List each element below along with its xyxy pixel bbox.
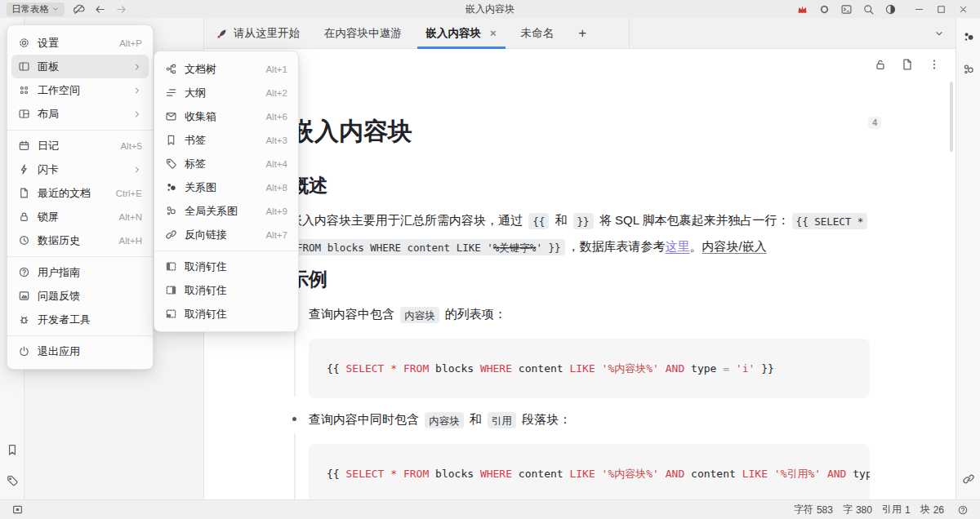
list-item[interactable]: 查询内容中包含 内容块 的列表项：{{ SELECT * FROM blocks… (290, 304, 870, 398)
inline-code: 内容块 (425, 412, 464, 428)
global-graph-dock-button[interactable] (960, 60, 978, 78)
tabbar-more-button[interactable] (933, 18, 956, 48)
menu-item-11[interactable]: 用户指南 (11, 260, 149, 284)
scrollbar-thumb[interactable] (950, 82, 953, 152)
menu-item-3[interactable]: 书签Alt+3 (158, 128, 294, 152)
unlock-button[interactable] (872, 56, 889, 73)
code-token: AND (827, 468, 846, 480)
vip-crown-button[interactable] (793, 2, 811, 16)
more-button[interactable] (926, 56, 942, 73)
menu-item-7[interactable]: 最近的文档Ctrl+E (11, 181, 149, 205)
terminal-button[interactable] (837, 2, 855, 16)
menu-item-2[interactable]: 收集箱Alt+6 (158, 104, 294, 128)
file-icon (18, 187, 30, 199)
menu-item-shortcut: Alt+4 (265, 159, 287, 169)
code-text: {{ SELECT * (796, 215, 864, 227)
help-button[interactable] (954, 501, 972, 519)
search-button[interactable] (859, 2, 877, 16)
plugin-button[interactable] (815, 2, 833, 16)
menu-item-label: 退出应用 (38, 344, 142, 359)
tag-dock-button[interactable] (3, 472, 21, 490)
menu-item-1[interactable]: 面板 (11, 55, 149, 78)
graph-icon (165, 181, 177, 193)
back-arrow-button[interactable] (91, 2, 109, 16)
menu-item-9[interactable]: 数据历史Alt+H (11, 228, 149, 252)
heading-examples[interactable]: 示例 (290, 265, 870, 293)
menu-item-2[interactable]: 工作空间 (11, 78, 149, 102)
menu-item-12[interactable]: 问题反馈 (11, 284, 149, 308)
close-button[interactable] (954, 2, 972, 16)
backlink-dock-button[interactable] (960, 470, 978, 488)
menu-item-11[interactable]: 取消钉住 (158, 302, 294, 326)
code-token: AND (666, 468, 684, 480)
menu-item-5[interactable]: 关系图Alt+8 (158, 175, 294, 199)
menu-item-6[interactable]: 闪卡 (11, 157, 149, 181)
menu-item-9[interactable]: 取消钉住 (158, 255, 294, 278)
graph-dock-button[interactable] (960, 28, 978, 46)
layout-icon (18, 108, 30, 120)
menu-item-4[interactable]: 标签Alt+4 (158, 152, 294, 175)
unlock-icon (874, 58, 887, 71)
counter-label: 引用 (882, 503, 902, 517)
code-token: SELECT (345, 362, 384, 375)
code-token: type (684, 362, 723, 375)
new-doc-button[interactable] (899, 56, 915, 73)
terminal-icon (840, 3, 853, 16)
menu-item-5[interactable]: 日记Alt+5 (11, 134, 149, 157)
cloud-off-button[interactable] (69, 2, 87, 16)
theme-contrast-button[interactable] (881, 2, 899, 16)
maximize-button[interactable] (932, 2, 950, 16)
forward-arrow-button[interactable] (112, 2, 130, 16)
tab-label: 未命名 (521, 26, 555, 41)
menu-item-0[interactable]: 设置Alt+P (11, 31, 149, 55)
tab-3[interactable]: 嵌入内容块× (414, 18, 509, 48)
code-token: content (512, 468, 569, 480)
right-dock (956, 18, 980, 499)
tab-4[interactable]: 未命名 (509, 18, 567, 48)
chevron-down-icon (933, 28, 945, 39)
workspace-label: 日常表格 (11, 3, 49, 16)
tab-close-icon[interactable]: × (490, 27, 497, 39)
menu-item-3[interactable]: 布局 (11, 102, 149, 126)
code-token: FROM (403, 468, 429, 480)
tab-1[interactable]: 请从这里开始 (204, 18, 312, 48)
hyperlink[interactable]: 这里 (666, 239, 690, 253)
dock-toggle-button[interactable] (8, 501, 26, 519)
heading-overview[interactable]: 概述 (290, 171, 870, 199)
inline-code: 内容块 (400, 307, 439, 323)
menu-item-label: 用户指南 (38, 265, 142, 280)
menu-item-0[interactable]: 文档树Alt+1 (158, 57, 294, 81)
sql-code-block[interactable]: {{ SELECT * FROM blocks WHERE content LI… (309, 444, 870, 499)
code-token: SELECT (345, 468, 384, 480)
menu-separator (154, 251, 298, 251)
editor-toolbar (204, 49, 956, 80)
menu-item-shortcut: Alt+2 (265, 88, 287, 98)
new-tab-button[interactable]: + (566, 18, 599, 48)
menu-item-shortcut: Alt+N (119, 212, 142, 222)
code-token: content (684, 468, 742, 480)
chevron-down-icon (51, 5, 60, 13)
paragraph-block[interactable]: 嵌入内容块主要用于汇总所需内容块，通过 {{ 和 }} 将 SQL 脚本包裹起来… (290, 207, 870, 260)
block-ref-link[interactable]: 内容块/嵌入 (702, 239, 767, 253)
text-line: 查询内容中包含 内容块 的列表项： (309, 304, 870, 326)
list-item[interactable]: 查询内容中同时包含 内容块 和 引用 段落块：{{ SELECT * FROM … (290, 409, 870, 499)
bookmark-dock-button[interactable] (3, 441, 21, 459)
text-span: 将 SQL 脚本包裹起来并独占一行： (596, 213, 790, 227)
menu-item-6[interactable]: 全局关系图Alt+9 (158, 199, 294, 223)
workspace-switcher[interactable]: 日常表格 (7, 2, 65, 16)
menu-item-7[interactable]: 反向链接Alt+7 (158, 223, 294, 246)
doc-title[interactable]: 嵌入内容块4 (290, 114, 870, 149)
menu-item-1[interactable]: 大纲Alt+2 (158, 81, 294, 104)
minimize-button[interactable] (910, 2, 928, 16)
code-text: }} (577, 215, 590, 227)
menu-item-8[interactable]: 锁屏Alt+N (11, 205, 149, 228)
menu-item-shortcut: Alt+7 (265, 230, 287, 240)
menu-item-13[interactable]: 开发者工具 (11, 308, 149, 331)
sql-code-block[interactable]: {{ SELECT * FROM blocks WHERE content LI… (309, 339, 870, 398)
list-guide-line (294, 328, 296, 397)
editor[interactable]: 嵌入内容块4概述嵌入内容块主要用于汇总所需内容块，通过 {{ 和 }} 将 SQ… (204, 80, 956, 499)
menu-item-10[interactable]: 取消钉住 (158, 278, 294, 302)
menu-item-15[interactable]: 退出应用 (11, 339, 149, 363)
tab-2[interactable]: 在内容块中遨游 (312, 18, 414, 48)
menu-separator (7, 256, 153, 257)
